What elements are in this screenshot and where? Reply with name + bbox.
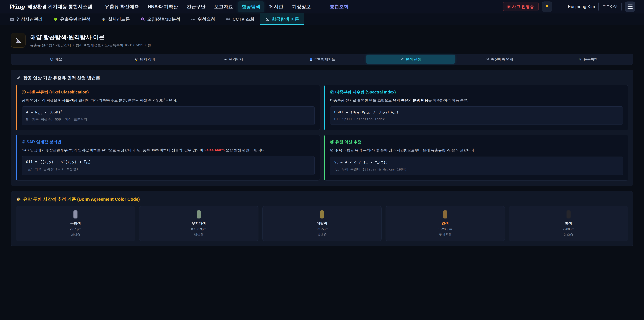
- nav-item-board[interactable]: 게시판: [266, 1, 287, 12]
- bonn-color-code-panel: 유막 두께 시각적 추정 기준 (Bonn Agreement Color Co…: [11, 191, 633, 246]
- method-card-title: ② 다중분광 지수법 (Spectral Index): [330, 89, 623, 95]
- subtab-oil-area-analysis[interactable]: 유출유면적분석: [48, 14, 96, 25]
- nav-item-integrated-search[interactable]: 통합조회: [326, 1, 352, 12]
- formula-note: Oil Spill Detection Index: [334, 117, 619, 121]
- thickness-name: 메탈릭: [265, 221, 379, 226]
- thickness-range: 5~200μm: [388, 227, 502, 231]
- formula-block: V0 = A × d / (1 - fe(t)) fe: 누적 증발비 (Sti…: [330, 157, 623, 175]
- triangle-ruler-icon: [265, 17, 270, 22]
- thickness-card-black: 흑색 >200μm 농축층: [509, 206, 628, 241]
- hamburger-menu-button[interactable]: [625, 2, 635, 12]
- method-card-title: ④ 유량 역산 추정: [330, 139, 623, 145]
- page-icon-box: [11, 33, 26, 48]
- section-tab-bar: 개요 탐지 장비 원격탐사 ESI 방제지도 면적 산정 확산예측 연계 논문특…: [11, 54, 633, 65]
- video-camera-icon: [226, 17, 230, 22]
- puzzle-icon: [53, 17, 58, 22]
- formula-note: Tth: 최적 임계값 (국소 적응형): [26, 167, 310, 171]
- thickness-cards-grid: 은회색 < 0.1μm 광택층 무지개색 0.1~0.3μm 박막층 메탈릭 0…: [16, 206, 628, 241]
- formula-block: A = Noil × (GSD)2 N: 기름 픽셀수, GSD: 지상 표본거…: [22, 106, 314, 125]
- books-icon: [578, 57, 582, 61]
- notification-bell-button[interactable]: [542, 2, 552, 12]
- color-swatch: [566, 210, 570, 218]
- method-card-sar-threshold: ③ SAR 임계값 분리법 SAR 영상에서 후방산란계수(σ°)의 임계값 이…: [16, 135, 320, 181]
- subtab-satellite-request[interactable]: 위성요청: [186, 14, 220, 25]
- main-nav: 유출유 확산예측 HNS·대기확산 긴급구난 보고자료 항공탐색 게시판 기상정…: [101, 1, 352, 12]
- thickness-name: 갈색: [388, 221, 502, 226]
- tab-remote-sensing[interactable]: 원격탐사: [189, 55, 278, 64]
- tab-esi-response-map[interactable]: ESI 방제지도: [278, 55, 366, 64]
- divider: [560, 4, 560, 10]
- nav-item-reports[interactable]: 보고자료: [210, 1, 237, 12]
- method-card-spectral-index: ② 다중분광 지수법 (Spectral Index) 다중분광 센서로 촬영한…: [324, 85, 628, 130]
- methods-section-title: 항공 영상 기반 유출유 면적 산정 방법론: [16, 75, 628, 81]
- thickness-name: 은회색: [19, 221, 132, 226]
- thickness-card-brown: 갈색 5~200μm 두꺼운층: [386, 206, 505, 241]
- app-logo: Wing: [9, 3, 25, 10]
- color-swatch: [74, 210, 78, 218]
- topbar-right-controls: 사고 진행중 Eunjeong Kim 로그아웃: [503, 2, 635, 12]
- method-card-title: ① 픽셀 분류법 (Pixel Classification): [22, 89, 314, 95]
- thickness-range: 0.1~0.3μm: [142, 227, 256, 231]
- sub-tab-bar: 영상사진관리 유출유면적분석 실시간드론 오염/선박3D분석 위성요청 CCTV…: [0, 14, 644, 25]
- nav-item-aerial-search[interactable]: 항공탐색: [238, 1, 264, 12]
- subtab-pollution-ship-3d-analysis[interactable]: 오염/선박3D분석: [136, 14, 185, 25]
- top-navigation-bar: Wing 해양환경 위기대응 통합시스템 유출유 확산예측 HNS·대기확산 긴…: [0, 0, 644, 14]
- method-cards-grid: ① 픽셀 분류법 (Pixel Classification) 광학 영상의 각…: [16, 85, 628, 181]
- tab-detection-equipment[interactable]: 탐지 장비: [100, 55, 189, 64]
- logout-button[interactable]: 로그아웃: [598, 2, 622, 12]
- thickness-range: 0.3~5μm: [265, 227, 379, 231]
- tab-diffusion-forecast-link[interactable]: 확산예측 연계: [455, 55, 544, 64]
- pencil-icon: [16, 76, 21, 80]
- page-content: 해양 항공탐색·원격탐사 이론 유출유 원격탐지·항공감시 기법·ESI 방제정…: [0, 33, 644, 246]
- thickness-card-metallic: 메탈릭 0.3~5μm 광택층: [262, 206, 382, 241]
- satellite-icon: [191, 17, 196, 22]
- nav-item-weather-info[interactable]: 기상정보: [288, 1, 314, 12]
- nav-item-oil-spill-forecast[interactable]: 유출유 확산예측: [101, 1, 143, 12]
- method-card-title: ③ SAR 임계값 분리법: [22, 139, 314, 145]
- color-swatch: [443, 210, 447, 218]
- method-card-volume-inversion: ④ 유량 역산 추정 면적(A)과 평균 유막 두께(d) 및 풍화 경과 시간…: [324, 135, 628, 181]
- formula-text: A = Noil × (GSD)2: [26, 110, 310, 115]
- incident-status-badge[interactable]: 사고 진행중: [503, 2, 538, 12]
- thickness-range: < 0.1μm: [19, 227, 132, 231]
- formula-text: Oil = {(x,y) | σ°(x,y) < Tth}: [26, 160, 310, 164]
- thickness-card-rainbow: 무지개색 0.1~0.3μm 박막층: [139, 206, 258, 241]
- formula-block: Oil = {(x,y) | σ°(x,y) < Tth} Tth: 최적 임계…: [22, 156, 314, 175]
- thickness-name: 흑색: [512, 221, 625, 226]
- tab-area-calculation[interactable]: 면적 산정: [366, 55, 455, 64]
- methods-panel: 항공 영상 기반 유출유 면적 산정 방법론 ① 픽셀 분류법 (Pixel C…: [11, 70, 633, 186]
- bonn-section-title: 유막 두께 시각적 추정 기준 (Bonn Agreement Color Co…: [16, 196, 628, 202]
- thickness-range: >200μm: [512, 227, 625, 231]
- page-header: 해양 항공탐색·원격탐사 이론 유출유 원격탐지·항공감시 기법·ESI 방제정…: [11, 33, 633, 48]
- page-title: 해양 항공탐색·원격탐사 이론: [30, 33, 151, 41]
- formula-note: fe: 누적 증발비 (Stiver & Mackay 1984): [334, 167, 619, 172]
- method-card-body: SAR 영상에서 후방산란계수(σ°)의 임계값 이하를 유막으로 판정합니다.…: [22, 148, 314, 153]
- formula-block: OSDI = (BNIR-BRed) / (BNIR+BRed) Oil Spi…: [330, 106, 623, 124]
- color-swatch: [320, 210, 324, 218]
- formula-text: OSDI = (BNIR-BRed) / (BNIR+BRed): [334, 110, 619, 115]
- formula-note: N: 기름 픽셀수, GSD: 지상 표본거리: [26, 117, 310, 122]
- divider: [96, 4, 97, 10]
- tab-papers-patents[interactable]: 논문특허: [544, 55, 632, 64]
- app-brand: Wing 해양환경 위기대응 통합시스템: [9, 3, 92, 10]
- nav-item-emergency-rescue[interactable]: 긴급구난: [183, 1, 209, 12]
- thickness-name: 무지개색: [142, 221, 256, 226]
- formula-text: V0 = A × d / (1 - fe(t)): [334, 160, 619, 165]
- thickness-layer: 두꺼운층: [388, 233, 502, 237]
- subtab-aerial-search-theory[interactable]: 항공탐색 이론: [260, 14, 304, 25]
- antenna-icon: [134, 57, 138, 61]
- palette-icon: [16, 197, 21, 201]
- thickness-layer: 박막층: [142, 233, 256, 237]
- subtab-image-photo-management[interactable]: 영상사진관리: [5, 14, 48, 25]
- app-title: 해양환경 위기대응 통합시스템: [28, 3, 92, 10]
- thickness-layer: 농축층: [512, 233, 625, 237]
- method-card-pixel-classification: ① 픽셀 분류법 (Pixel Classification) 광학 영상의 각…: [16, 85, 320, 130]
- triangle-ruler-icon: [14, 37, 22, 44]
- tab-overview[interactable]: 개요: [12, 55, 100, 64]
- ufo-icon: [101, 17, 106, 22]
- magnifier-icon: [140, 17, 145, 22]
- nav-item-hns-air-diffusion[interactable]: HNS·대기확산: [144, 1, 182, 12]
- subtab-realtime-drone[interactable]: 실시간드론: [96, 14, 135, 25]
- incident-dot-icon: [508, 6, 510, 8]
- subtab-cctv-view[interactable]: CCTV 조회: [221, 14, 259, 25]
